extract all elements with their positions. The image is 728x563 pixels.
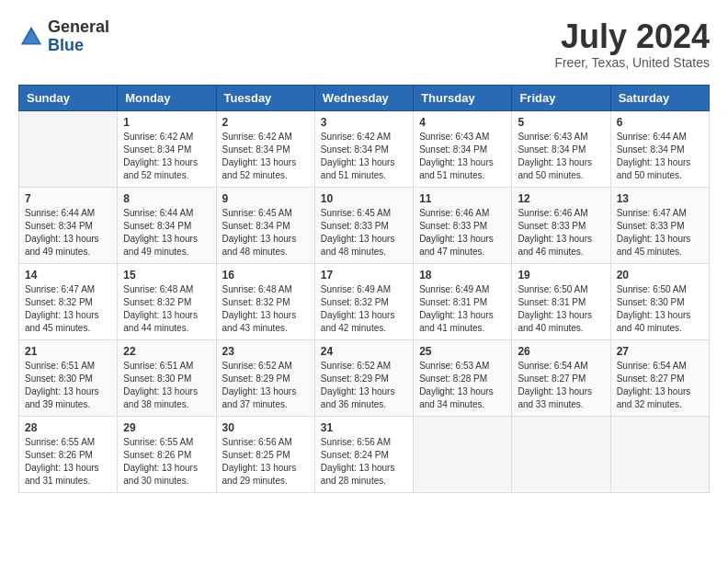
day-info: Sunrise: 6:50 AM Sunset: 8:30 PM Dayligh… [617,283,703,335]
day-info: Sunrise: 6:54 AM Sunset: 8:27 PM Dayligh… [617,360,703,411]
day-number: 21 [25,345,111,358]
month-year-title: July 2024 [554,18,710,55]
location-subtitle: Freer, Texas, United States [554,55,710,70]
day-info: Sunrise: 6:45 AM Sunset: 8:33 PM Dayligh… [321,207,407,259]
calendar-cell: 25Sunrise: 6:53 AM Sunset: 8:28 PM Dayli… [414,339,512,416]
day-info: Sunrise: 6:55 AM Sunset: 8:26 PM Dayligh… [123,436,210,488]
day-info: Sunrise: 6:42 AM Sunset: 8:34 PM Dayligh… [321,131,407,182]
day-number: 26 [518,345,604,358]
calendar-week-row: 7Sunrise: 6:44 AM Sunset: 8:34 PM Daylig… [19,187,710,263]
calendar-cell: 7Sunrise: 6:44 AM Sunset: 8:34 PM Daylig… [19,187,118,263]
calendar-cell: 8Sunrise: 6:44 AM Sunset: 8:34 PM Daylig… [118,187,216,263]
weekday-header: Thursday [414,85,512,110]
day-info: Sunrise: 6:53 AM Sunset: 8:28 PM Dayligh… [419,360,506,411]
calendar-cell: 10Sunrise: 6:45 AM Sunset: 8:33 PM Dayli… [314,187,413,263]
logo-icon [18,24,44,50]
calendar-cell: 31Sunrise: 6:56 AM Sunset: 8:24 PM Dayli… [314,416,413,492]
day-info: Sunrise: 6:52 AM Sunset: 8:29 PM Dayligh… [321,360,407,411]
day-number: 14 [25,269,111,282]
day-number: 9 [222,192,309,205]
day-info: Sunrise: 6:52 AM Sunset: 8:29 PM Dayligh… [222,360,309,411]
day-number: 20 [617,269,703,282]
day-number: 8 [123,192,210,205]
day-number: 4 [419,116,506,129]
day-info: Sunrise: 6:47 AM Sunset: 8:33 PM Dayligh… [617,207,703,259]
day-info: Sunrise: 6:56 AM Sunset: 8:25 PM Dayligh… [222,436,309,488]
day-info: Sunrise: 6:50 AM Sunset: 8:31 PM Dayligh… [518,283,604,335]
calendar-cell: 3Sunrise: 6:42 AM Sunset: 8:34 PM Daylig… [314,110,413,187]
day-number: 22 [123,345,210,358]
calendar-cell: 16Sunrise: 6:48 AM Sunset: 8:32 PM Dayli… [216,263,314,339]
day-number: 5 [518,116,604,129]
day-info: Sunrise: 6:51 AM Sunset: 8:30 PM Dayligh… [25,360,111,411]
calendar-week-row: 21Sunrise: 6:51 AM Sunset: 8:30 PM Dayli… [19,339,710,416]
day-info: Sunrise: 6:46 AM Sunset: 8:33 PM Dayligh… [419,207,506,259]
day-info: Sunrise: 6:49 AM Sunset: 8:31 PM Dayligh… [419,283,506,335]
day-number: 7 [25,192,111,205]
calendar-cell: 19Sunrise: 6:50 AM Sunset: 8:31 PM Dayli… [512,263,610,339]
page-header: General Blue July 2024 Freer, Texas, Uni… [18,18,710,70]
weekday-header: Wednesday [314,85,413,110]
day-info: Sunrise: 6:43 AM Sunset: 8:34 PM Dayligh… [518,131,604,182]
calendar-week-row: 28Sunrise: 6:55 AM Sunset: 8:26 PM Dayli… [19,416,710,492]
calendar-cell: 30Sunrise: 6:56 AM Sunset: 8:25 PM Dayli… [216,416,314,492]
day-info: Sunrise: 6:44 AM Sunset: 8:34 PM Dayligh… [123,207,210,259]
weekday-header: Saturday [610,85,709,110]
day-info: Sunrise: 6:51 AM Sunset: 8:30 PM Dayligh… [123,360,210,411]
calendar-cell: 17Sunrise: 6:49 AM Sunset: 8:32 PM Dayli… [314,263,413,339]
calendar-cell: 12Sunrise: 6:46 AM Sunset: 8:33 PM Dayli… [512,187,610,263]
title-block: July 2024 Freer, Texas, United States [554,18,710,70]
day-info: Sunrise: 6:48 AM Sunset: 8:32 PM Dayligh… [123,283,210,335]
calendar-cell: 23Sunrise: 6:52 AM Sunset: 8:29 PM Dayli… [216,339,314,416]
weekday-header: Friday [512,85,610,110]
calendar-table: SundayMondayTuesdayWednesdayThursdayFrid… [18,85,710,493]
calendar-cell: 28Sunrise: 6:55 AM Sunset: 8:26 PM Dayli… [19,416,118,492]
day-number: 23 [222,345,309,358]
weekday-header: Sunday [19,85,118,110]
day-info: Sunrise: 6:42 AM Sunset: 8:34 PM Dayligh… [123,131,210,182]
day-info: Sunrise: 6:54 AM Sunset: 8:27 PM Dayligh… [518,360,604,411]
day-number: 11 [419,192,506,205]
calendar-week-row: 1Sunrise: 6:42 AM Sunset: 8:34 PM Daylig… [19,110,710,187]
day-info: Sunrise: 6:45 AM Sunset: 8:34 PM Dayligh… [222,207,309,259]
calendar-cell: 5Sunrise: 6:43 AM Sunset: 8:34 PM Daylig… [512,110,610,187]
day-info: Sunrise: 6:47 AM Sunset: 8:32 PM Dayligh… [25,283,111,335]
day-number: 2 [222,116,309,129]
calendar-cell: 4Sunrise: 6:43 AM Sunset: 8:34 PM Daylig… [414,110,512,187]
day-info: Sunrise: 6:49 AM Sunset: 8:32 PM Dayligh… [321,283,407,335]
day-number: 24 [321,345,407,358]
calendar-cell: 6Sunrise: 6:44 AM Sunset: 8:34 PM Daylig… [610,110,709,187]
day-number: 17 [321,269,407,282]
calendar-cell: 13Sunrise: 6:47 AM Sunset: 8:33 PM Dayli… [610,187,709,263]
logo: General Blue [18,18,109,55]
day-info: Sunrise: 6:44 AM Sunset: 8:34 PM Dayligh… [617,131,703,182]
day-number: 1 [123,116,210,129]
day-number: 10 [321,192,407,205]
day-number: 28 [25,421,111,434]
day-number: 30 [222,421,309,434]
calendar-cell: 20Sunrise: 6:50 AM Sunset: 8:30 PM Dayli… [610,263,709,339]
weekday-header: Monday [118,85,216,110]
day-number: 19 [518,269,604,282]
day-number: 12 [518,192,604,205]
day-info: Sunrise: 6:56 AM Sunset: 8:24 PM Dayligh… [321,436,407,488]
calendar-cell: 9Sunrise: 6:45 AM Sunset: 8:34 PM Daylig… [216,187,314,263]
day-number: 27 [617,345,703,358]
calendar-cell: 27Sunrise: 6:54 AM Sunset: 8:27 PM Dayli… [610,339,709,416]
day-number: 31 [321,421,407,434]
day-number: 6 [617,116,703,129]
calendar-cell [19,110,118,187]
calendar-cell [512,416,610,492]
day-number: 25 [419,345,506,358]
calendar-cell: 18Sunrise: 6:49 AM Sunset: 8:31 PM Dayli… [414,263,512,339]
day-number: 16 [222,269,309,282]
calendar-cell: 1Sunrise: 6:42 AM Sunset: 8:34 PM Daylig… [118,110,216,187]
calendar-cell: 15Sunrise: 6:48 AM Sunset: 8:32 PM Dayli… [118,263,216,339]
weekday-header-row: SundayMondayTuesdayWednesdayThursdayFrid… [19,85,710,110]
calendar-cell: 29Sunrise: 6:55 AM Sunset: 8:26 PM Dayli… [118,416,216,492]
day-info: Sunrise: 6:46 AM Sunset: 8:33 PM Dayligh… [518,207,604,259]
calendar-cell: 22Sunrise: 6:51 AM Sunset: 8:30 PM Dayli… [118,339,216,416]
calendar-cell: 24Sunrise: 6:52 AM Sunset: 8:29 PM Dayli… [314,339,413,416]
logo-text: General Blue [48,18,109,55]
day-info: Sunrise: 6:43 AM Sunset: 8:34 PM Dayligh… [419,131,506,182]
